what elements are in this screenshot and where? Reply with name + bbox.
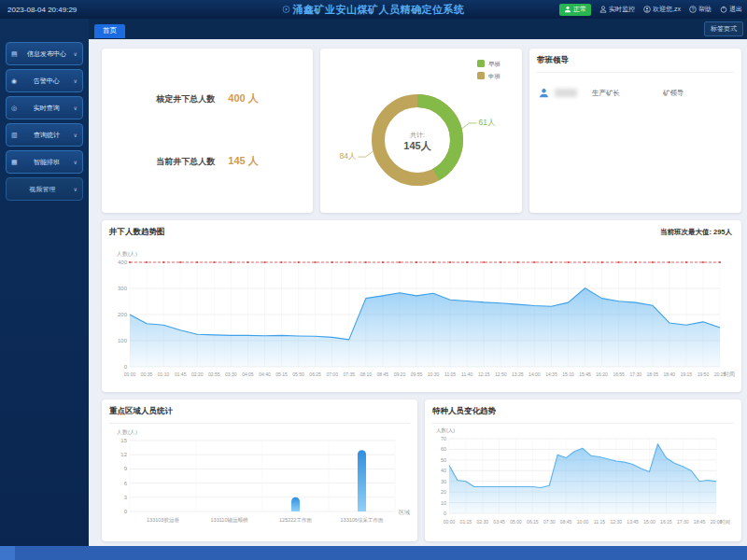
svg-text:01:15: 01:15 xyxy=(460,519,472,525)
nav-logout[interactable]: 退出 xyxy=(720,5,742,14)
svg-text:02:55: 02:55 xyxy=(208,371,220,377)
nav-label: 实时监控 xyxy=(609,5,635,14)
approved-total-row: 核定井下总人数 400 人 xyxy=(102,91,313,105)
stat-value: 145 人 xyxy=(228,154,258,168)
svg-text:18:05: 18:05 xyxy=(647,371,659,377)
corner-accent xyxy=(0,546,15,560)
chevron-down-icon: ∨ xyxy=(74,132,78,138)
nav-label: 退出 xyxy=(729,5,742,14)
special-trend-chart: 01020304050607000:0001:1502:3003:4505:00… xyxy=(425,424,741,541)
alarm-icon: ◉ xyxy=(11,77,17,85)
status-badge[interactable]: 正常 xyxy=(559,4,591,16)
svg-text:03:45: 03:45 xyxy=(493,519,505,525)
duty-leaders-title: 带班领导 xyxy=(529,49,741,72)
svg-text:07:35: 07:35 xyxy=(343,371,355,377)
sidebar-item-smart-schedule[interactable]: ▦ 智能排班 ∨ xyxy=(6,150,83,174)
chevron-down-icon: ∨ xyxy=(74,77,78,84)
current-total-row: 当前井下总人数 145 人 xyxy=(102,154,313,168)
svg-text:05:15: 05:15 xyxy=(275,371,288,377)
svg-text:12:15: 12:15 xyxy=(478,371,490,377)
svg-text:08:45: 08:45 xyxy=(377,371,389,377)
svg-text:133103胶运巷: 133103胶运巷 xyxy=(147,517,179,523)
nav-help[interactable]: ? 帮助 xyxy=(689,5,712,14)
trend-max-note: 当前班次最大值: 295人 xyxy=(660,228,741,237)
svg-text:06:25: 06:25 xyxy=(309,371,321,377)
svg-text:早班: 早班 xyxy=(488,61,501,67)
sidebar-item-label: 实时查询 xyxy=(20,104,73,113)
svg-text:人数(人): 人数(人) xyxy=(116,429,137,435)
svg-text:13:25: 13:25 xyxy=(512,371,524,377)
tab-bar: 首页 标签页式 xyxy=(89,19,747,39)
svg-text:05:50: 05:50 xyxy=(292,371,304,377)
sidebar-item-realtime-query[interactable]: ◎ 实时查询 ∨ xyxy=(6,96,83,119)
svg-text:08:45: 08:45 xyxy=(560,519,572,525)
svg-text:50: 50 xyxy=(441,457,446,463)
stat-label: 核定井下总人数 xyxy=(156,93,215,105)
svg-text:时间: 时间 xyxy=(720,519,730,525)
chevron-down-icon: ∨ xyxy=(74,186,78,192)
svg-text:0: 0 xyxy=(124,364,128,370)
svg-text:17:30: 17:30 xyxy=(629,371,641,377)
stat-value: 400 人 xyxy=(228,91,258,105)
person-icon xyxy=(564,6,571,13)
svg-text:300: 300 xyxy=(118,286,128,291)
svg-text:11:05: 11:05 xyxy=(444,371,456,377)
status-badge-label: 正常 xyxy=(573,5,586,14)
tab-home[interactable]: 首页 xyxy=(94,24,125,38)
svg-text:人数(人): 人数(人) xyxy=(116,251,137,257)
underground-trend-chart: 010020030040000:0000:3501:1001:4502:2002… xyxy=(102,244,741,391)
header-timestamp: 2023-08-04 20:49:29 xyxy=(7,6,77,14)
leader-person-icon xyxy=(539,88,549,98)
special-title: 特种人员变化趋势 xyxy=(425,399,741,423)
leader-row: 生产矿长 矿领导 xyxy=(539,88,732,98)
app-title-text: 涌鑫矿业安山煤矿人员精确定位系统 xyxy=(293,3,465,17)
svg-text:13:45: 13:45 xyxy=(627,519,639,525)
trend-title: 井下人数趋势图 xyxy=(102,220,173,244)
svg-text:09:55: 09:55 xyxy=(411,371,423,377)
nav-welcome-user[interactable]: 欢迎您,zx xyxy=(643,5,681,14)
svg-text:00:35: 00:35 xyxy=(141,371,153,377)
sidebar-item-video-manage[interactable]: 视频管理 ∨ xyxy=(6,177,83,201)
svg-text:01:10: 01:10 xyxy=(158,371,170,377)
svg-text:400: 400 xyxy=(118,259,128,265)
svg-text:19:15: 19:15 xyxy=(681,371,693,377)
nav-label: 欢迎您,zx xyxy=(653,5,681,14)
key-region-bar-chart: 03691215133103胶运巷133110辅运顺槽125222工作面1331… xyxy=(102,424,417,541)
svg-text:03:30: 03:30 xyxy=(225,371,237,377)
leader-role: 矿领导 xyxy=(663,89,684,98)
svg-text:125222工作面: 125222工作面 xyxy=(279,517,312,524)
svg-text:16:15: 16:15 xyxy=(660,519,672,525)
svg-text:区域: 区域 xyxy=(399,509,410,515)
svg-text:12:30: 12:30 xyxy=(610,519,622,525)
nav-realtime-monitor[interactable]: 实时监控 xyxy=(599,5,635,14)
svg-text:60: 60 xyxy=(441,446,446,452)
chevron-down-icon: ∨ xyxy=(74,50,78,57)
svg-text:?: ? xyxy=(692,7,695,12)
tab-layout-button[interactable]: 标签页式 xyxy=(704,21,743,36)
leader-name-blurred xyxy=(555,89,577,97)
key-region-card: 重点区域人员统计 03691215133103胶运巷133110辅运顺槽1252… xyxy=(102,399,417,541)
duty-leaders-card: 带班领导 生产矿长 矿领导 xyxy=(529,49,741,213)
svg-text:00:00: 00:00 xyxy=(444,519,456,525)
broadcast-icon: ▤ xyxy=(11,50,18,58)
sidebar-item-label: 视频管理 xyxy=(11,185,74,194)
user-icon xyxy=(643,6,651,13)
sidebar-item-info-center[interactable]: ▤ 信息发布中心 ∨ xyxy=(6,42,83,65)
svg-text:145人: 145人 xyxy=(403,140,431,152)
app-title: 涌鑫矿业安山煤矿人员精确定位系统 xyxy=(283,3,465,17)
svg-text:17:30: 17:30 xyxy=(677,519,689,525)
stats-icon: ▥ xyxy=(11,132,18,139)
sidebar-item-alarm-center[interactable]: ◉ 告警中心 ∨ xyxy=(6,69,83,92)
svg-text:30: 30 xyxy=(441,479,446,484)
svg-text:11:40: 11:40 xyxy=(461,371,472,377)
leader-position: 生产矿长 xyxy=(592,89,620,98)
svg-text:20: 20 xyxy=(441,489,446,495)
svg-text:0: 0 xyxy=(444,511,446,516)
svg-text:10:00: 10:00 xyxy=(577,519,589,525)
svg-text:15:10: 15:10 xyxy=(562,371,574,377)
svg-text:10: 10 xyxy=(441,500,446,506)
svg-text:09:20: 09:20 xyxy=(394,371,406,377)
sidebar-item-query-stats[interactable]: ▥ 查询统计 ∨ xyxy=(6,123,83,147)
sidebar-item-label: 告警中心 xyxy=(20,77,73,86)
region-title: 重点区域人员统计 xyxy=(102,399,417,423)
